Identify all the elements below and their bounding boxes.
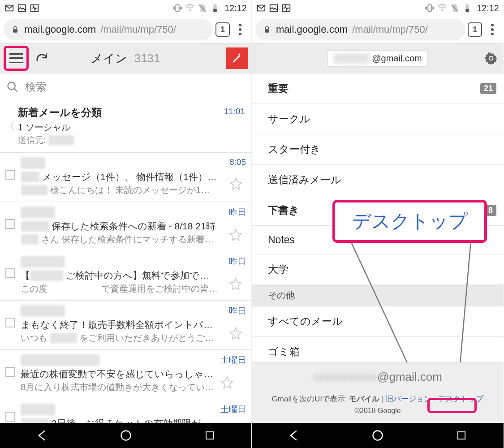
mail-item[interactable]: xxxxx xxxx メッセージ（1件）、 物件情報（1件）が届いて… xxxx… (0, 153, 251, 202)
star-button[interactable] (229, 228, 246, 241)
nav-recent-button[interactable] (202, 428, 217, 443)
folder-list: 重要 21 サークル スター付き 送信済みメール 下書き 8 Notes 大学 … (252, 73, 504, 362)
svg-rect-3 (176, 5, 179, 12)
star-button[interactable] (220, 376, 246, 389)
folder-important[interactable]: 重要 21 (252, 73, 504, 104)
system-nav-bar (0, 423, 251, 448)
mail-time: 昨日 (229, 207, 246, 218)
tab-count-button[interactable]: 1 (215, 22, 230, 37)
tab-count-button[interactable]: 1 (468, 22, 482, 37)
svg-line-12 (14, 88, 17, 91)
nav-home-button[interactable] (119, 428, 133, 443)
svg-rect-23 (466, 4, 468, 5)
mail-time: 昨日 (229, 305, 246, 317)
battery-icon (462, 3, 472, 13)
mail-time: 土曜日 (220, 404, 246, 415)
mail-snippet: 8月に入り株式市場の値動きが大きくなっています。特に… (21, 381, 218, 393)
svg-point-11 (8, 82, 15, 89)
footer-link-old[interactable]: 旧バージョン (386, 395, 431, 403)
mail-subject: 最近の株価変動で不安を感じていらっしゃる方へ (21, 368, 218, 380)
folder-university[interactable]: 大学 (252, 254, 504, 285)
folder-circles[interactable]: サークル (252, 104, 504, 134)
mail-checkbox[interactable] (5, 268, 15, 278)
mail-checkbox[interactable] (5, 318, 15, 327)
svg-point-27 (490, 57, 492, 60)
mail-snippet: この度 で資産運用をご検討中の皆さまを対… (21, 283, 218, 295)
battery-icon (210, 3, 220, 13)
mail-item[interactable]: xxxxxxx xxxxxx 3日後、お得チケットの有効期限が切れます 土曜日 (0, 399, 251, 423)
url-pill[interactable]: mail.google.com/mail/mu/mp/750/ (4, 19, 213, 40)
mail-checkbox[interactable] (5, 219, 15, 229)
mail-subject: xxxxxx 保存した検索条件への新着 - 8/18 21時 (21, 220, 218, 233)
mail-item[interactable]: xxxxxxxxx まもなく終了！販売手数料全額ポイントバックのチャン… いつも… (0, 301, 251, 350)
refresh-icon (34, 51, 49, 65)
gmail-footer: xxxxxxxxxxx@gmail.com Gmailを次のUIで表示: モバイ… (252, 362, 504, 423)
category-time: 11:01 (224, 107, 245, 116)
category-row[interactable]: 〈 新着メールを分類 1 ソーシャル 送信元: xxxxxx 11:01 (0, 100, 251, 153)
browser-menu-button[interactable] (485, 24, 500, 35)
account-toolbar: xxxxxxxx @gmail.com (252, 43, 504, 73)
nav-home-button[interactable] (370, 428, 385, 443)
folder-sent[interactable]: 送信済みメール (252, 165, 504, 195)
settings-button[interactable] (484, 51, 498, 65)
mail-subject: xxxxxx 3日後、お得チケットの有効期限が切れます (21, 417, 218, 423)
mail-snippet: xxxxxx 様こんにちは！ 未読のメッセージが1件、物件… (21, 184, 218, 196)
svg-rect-9 (13, 29, 17, 33)
url-path: /mail/mu/mp/750/ (100, 24, 176, 35)
mail-item[interactable]: xxxxxxxxxxxxxxxx 最近の株価変動で不安を感じていらっしゃる方へ … (0, 350, 251, 399)
nav-recent-button[interactable] (454, 428, 469, 443)
callout-label: デスクトップ (332, 200, 487, 243)
category-from: 送信元: xxxxxx (18, 134, 233, 146)
mail-sender: xxxxxxx (21, 404, 246, 415)
svg-point-19 (442, 10, 443, 12)
svg-rect-24 (265, 29, 269, 33)
browser-url-bar: mail.google.com/mail/mu/mp/750/ 1 (252, 16, 504, 43)
status-time: 12:12 (477, 3, 499, 13)
mail-checkbox[interactable] (5, 412, 15, 422)
mail-item[interactable]: xxxxxxx xxxxxx 保存した検索条件への新着 - 8/18 21時 x… (0, 202, 251, 251)
svg-point-4 (190, 10, 191, 12)
url-domain: mail.google.com (24, 24, 96, 35)
no-sim-icon (450, 3, 460, 13)
nav-back-button[interactable] (287, 428, 301, 443)
folder-starred[interactable]: スター付き (252, 134, 504, 165)
browser-url-bar: mail.google.com/mail/mu/mp/750/ 1 (0, 16, 251, 43)
highlight-desktop-link (427, 398, 477, 413)
category-heading: 新着メールを分類 (18, 106, 233, 120)
url-domain: mail.google.com (276, 24, 348, 35)
image-status-icon (269, 3, 279, 13)
mail-sender: xxxxxxxxx (21, 256, 246, 267)
search-row[interactable]: 検索 (0, 73, 251, 100)
phone-right: 12:12 mail.google.com/mail/mu/mp/750/ 1 … (252, 0, 504, 448)
svg-rect-31 (458, 432, 465, 439)
account-selector[interactable]: xxxxxxxx @gmail.com (327, 50, 427, 67)
svg-rect-22 (465, 9, 469, 12)
star-button[interactable] (229, 277, 246, 291)
mail-item[interactable]: xxxxxxxxx 【xxxxxxx ご検討中の方へ】無料で参加できる資産… こ… (0, 251, 251, 301)
phone-left: 12:12 mail.google.com/mail/mu/mp/750/ 1 … (0, 0, 252, 448)
star-button[interactable] (229, 177, 246, 190)
svg-rect-18 (428, 5, 431, 12)
refresh-button[interactable] (33, 50, 50, 67)
url-path: /mail/mu/mp/750/ (352, 24, 428, 35)
chevron-left-icon: 〈 (4, 119, 15, 134)
mail-sender: xxxxxxx (21, 207, 246, 218)
compose-button[interactable] (226, 47, 248, 69)
svg-rect-14 (206, 432, 213, 439)
star-button[interactable] (229, 327, 246, 340)
status-bar: 12:12 (252, 0, 504, 16)
mail-checkbox[interactable] (5, 170, 15, 180)
folder-badge: 21 (480, 83, 496, 94)
menu-button[interactable] (4, 46, 29, 71)
folder-trash[interactable]: ゴミ箱 (252, 337, 504, 362)
wifi-icon (437, 3, 447, 13)
category-sub: 1 ソーシャル (18, 121, 233, 134)
url-pill[interactable]: mail.google.com/mail/mu/mp/750/ (255, 19, 465, 40)
system-nav-bar (252, 423, 504, 448)
browser-menu-button[interactable] (233, 24, 248, 35)
folder-allmail[interactable]: すべてのメール (252, 306, 504, 337)
mail-checkbox[interactable] (5, 367, 15, 377)
nav-back-button[interactable] (35, 428, 49, 443)
status-bar: 12:12 (0, 0, 251, 16)
gmail-status-icon (4, 3, 14, 13)
